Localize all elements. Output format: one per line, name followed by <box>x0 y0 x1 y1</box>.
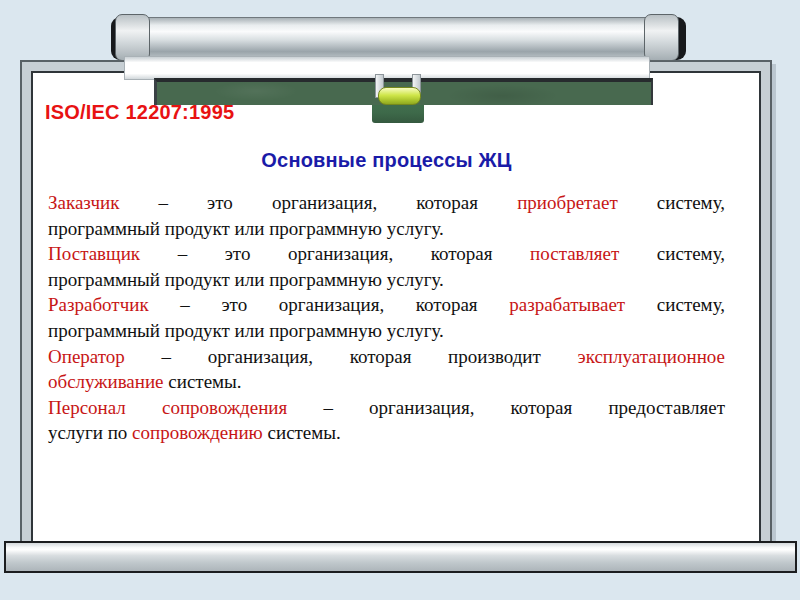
text-line: Поставщик – это организация, которая пос… <box>48 241 725 267</box>
body-text: – это организация, которая <box>119 192 517 213</box>
roller-end-cap-right <box>644 14 679 61</box>
text-line: Персонал сопровождения – организация, ко… <box>48 395 725 421</box>
keyword-text: Оператор <box>48 346 125 367</box>
paragraph: Заказчик – это организация, которая прио… <box>48 190 725 241</box>
text-line: обслуживание системы. <box>48 369 725 395</box>
screen-top-bar <box>124 56 650 80</box>
paragraph: Оператор – организация, которая производ… <box>48 344 725 395</box>
body-text: – это организация, которая <box>140 243 530 264</box>
keyword-text: поставляет <box>530 243 619 264</box>
keyword-text: сопровождению <box>132 422 263 443</box>
body-text: услуги по <box>48 422 132 443</box>
text-line: Разработчик – это организация, которая р… <box>48 292 725 318</box>
keyword-text: Заказчик <box>48 192 119 213</box>
body-text: систему, <box>619 243 725 264</box>
board-tray <box>4 541 797 573</box>
pull-handle[interactable] <box>378 87 421 105</box>
keyword-text: обслуживание <box>48 371 164 392</box>
text-line: Оператор – организация, которая производ… <box>48 344 725 370</box>
keyword-text: Разработчик <box>48 294 149 315</box>
body-text: системы. <box>164 371 242 392</box>
body-text: программный продукт или программную услу… <box>48 218 444 239</box>
paragraph: Поставщик – это организация, которая пос… <box>48 241 725 292</box>
text-line: программный продукт или программную услу… <box>48 318 725 344</box>
keyword-text: разрабатывает <box>509 294 625 315</box>
text-line: услуги по сопровождению системы. <box>48 420 725 446</box>
keyword-text: эксплуатационное <box>578 346 726 367</box>
roller-end-cap-left <box>115 14 150 61</box>
body-text: программный продукт или программную услу… <box>48 320 444 341</box>
body-text: программный продукт или программную услу… <box>48 269 444 290</box>
body-text: системы. <box>263 422 341 443</box>
slide-body: Заказчик – это организация, которая прио… <box>48 190 725 446</box>
slide-subtitle: Основные процессы ЖЦ <box>48 149 725 172</box>
text-line: программный продукт или программную услу… <box>48 267 725 293</box>
body-text: систему, <box>618 192 725 213</box>
paragraph: Персонал сопровождения – организация, ко… <box>48 395 725 446</box>
text-line: программный продукт или программную услу… <box>48 216 725 242</box>
paragraph: Разработчик – это организация, которая р… <box>48 292 725 343</box>
body-text: систему, <box>625 294 725 315</box>
text-line: Заказчик – это организация, которая прио… <box>48 190 725 216</box>
roller-bar <box>130 17 662 59</box>
keyword-text: Поставщик <box>48 243 140 264</box>
keyword-text: Персонал сопровождения <box>48 397 287 418</box>
slide-title: ISO/IEC 12207:1995 <box>45 101 234 124</box>
keyword-text: приобретает <box>517 192 618 213</box>
body-text: – организация, которая производит <box>125 346 578 367</box>
body-text: – организация, которая предоставляет <box>287 397 725 418</box>
body-text: – это организация, которая <box>149 294 510 315</box>
